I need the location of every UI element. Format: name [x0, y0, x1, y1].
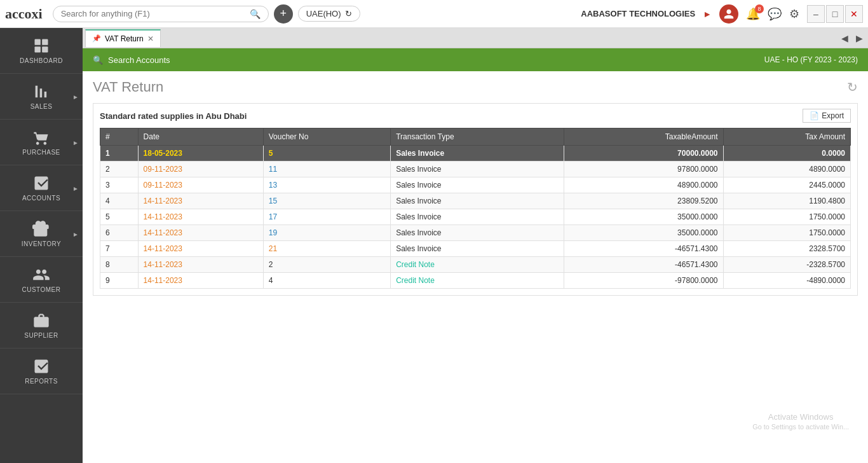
cell-date: 14-11-2023 — [138, 273, 263, 289]
refresh-page-button[interactable]: ↻ — [847, 79, 858, 95]
notification-badge: 8 — [755, 4, 764, 13]
add-button[interactable]: + — [274, 4, 293, 24]
avatar[interactable] — [719, 4, 738, 24]
cell-voucher[interactable]: 21 — [263, 241, 390, 257]
cell-taxable: 35000.0000 — [564, 225, 723, 241]
sidebar-label-customer: CUSTOMER — [22, 286, 60, 293]
sidebar-item-accounts[interactable]: ACCOUNTS ► — [0, 165, 83, 211]
sidebar-label-reports: REPORTS — [25, 378, 58, 385]
table-row[interactable]: 4 14-11-2023 15 Sales Invoice 23809.5200… — [100, 193, 851, 209]
cell-taxable: 48900.0000 — [564, 177, 723, 193]
col-header-taxable: TaxableAmount — [564, 128, 723, 146]
voucher-link[interactable]: 11 — [269, 165, 277, 174]
cell-type: Sales Invoice — [391, 146, 564, 162]
cell-num: 6 — [100, 225, 139, 241]
voucher-link[interactable]: 21 — [269, 244, 277, 253]
search-bar[interactable]: 🔍 — [53, 6, 269, 22]
cell-num: 5 — [100, 209, 139, 225]
cell-voucher[interactable]: 15 — [263, 193, 390, 209]
svg-rect-3 — [42, 46, 48, 52]
notifications-icon[interactable]: 🔔 8 — [746, 7, 760, 21]
cell-num: 8 — [100, 257, 139, 273]
voucher-link[interactable]: 15 — [269, 197, 277, 205]
sidebar-label-sales: SALES — [31, 103, 53, 110]
table-row[interactable]: 7 14-11-2023 21 Sales Invoice -46571.430… — [100, 241, 851, 257]
search-accounts-icon: 🔍 — [93, 55, 103, 65]
table-row[interactable]: 5 14-11-2023 17 Sales Invoice 35000.0000… — [100, 209, 851, 225]
sidebar-item-supplier[interactable]: SUPPLIER — [0, 303, 83, 349]
messages-icon[interactable]: 💬 — [768, 7, 782, 21]
search-accounts-left[interactable]: 🔍 Search Accounts — [93, 55, 170, 65]
cell-taxable: 23809.5200 — [564, 193, 723, 209]
cell-type: Sales Invoice — [391, 162, 564, 177]
data-table: # Date Voucher No Transaction Type Taxab… — [100, 128, 851, 289]
cell-tax: 4890.0000 — [723, 162, 850, 177]
voucher-link[interactable]: 19 — [269, 228, 277, 237]
cell-date: 18-05-2023 — [138, 146, 263, 162]
topbar-icons: 🔔 8 💬 ⚙ — [746, 7, 799, 21]
branch-selector[interactable]: UAE(HO) ↻ — [298, 6, 360, 22]
search-accounts-bar: 🔍 Search Accounts UAE - HO (FY 2023 - 20… — [83, 48, 868, 71]
cell-num: 3 — [100, 177, 139, 193]
table-row[interactable]: 1 18-05-2023 5 Sales Invoice 70000.0000 … — [100, 146, 851, 162]
tab-next-icon[interactable]: ▶ — [853, 32, 865, 45]
col-header-type: Transaction Type — [391, 128, 564, 146]
tab-vat-return[interactable]: 📌 VAT Return ✕ — [85, 29, 161, 47]
export-button[interactable]: 📄 Export — [803, 109, 851, 123]
search-icon[interactable]: 🔍 — [250, 9, 261, 19]
cell-tax: 2445.0000 — [723, 177, 850, 193]
voucher-link[interactable]: 5 — [269, 149, 273, 158]
sidebar-item-inventory[interactable]: INVENTORY ► — [0, 211, 83, 257]
sidebar-item-sales[interactable]: SALES ► — [0, 74, 83, 120]
table-row[interactable]: 2 09-11-2023 11 Sales Invoice 97800.0000… — [100, 162, 851, 177]
cell-taxable: 35000.0000 — [564, 209, 723, 225]
tab-prev-icon[interactable]: ◀ — [839, 32, 851, 45]
minimize-button[interactable]: – — [807, 5, 825, 23]
col-header-num: # — [100, 128, 139, 146]
cell-num: 9 — [100, 273, 139, 289]
sidebar-item-reports[interactable]: REPORTS — [0, 349, 83, 394]
refresh-icon[interactable]: ↻ — [345, 9, 352, 18]
cell-date: 14-11-2023 — [138, 257, 263, 273]
sales-arrow-icon: ► — [72, 93, 79, 100]
cell-type: Credit Note — [391, 257, 564, 273]
tab-bar: 📌 VAT Return ✕ ◀ ▶ — [83, 28, 868, 48]
window-controls: – □ ✕ — [807, 5, 863, 23]
cell-voucher[interactable]: 2 — [263, 257, 390, 273]
export-icon: 📄 — [810, 111, 819, 120]
page-title-row: VAT Return ↻ — [93, 79, 858, 95]
purchase-arrow-icon: ► — [72, 139, 79, 146]
table-header-row: # Date Voucher No Transaction Type Taxab… — [100, 128, 851, 146]
table-row[interactable]: 6 14-11-2023 19 Sales Invoice 35000.0000… — [100, 225, 851, 241]
tab-close-icon[interactable]: ✕ — [147, 34, 154, 43]
cell-voucher[interactable]: 5 — [263, 146, 390, 162]
tab-bar-controls: ◀ ▶ — [839, 32, 865, 45]
cell-voucher[interactable]: 4 — [263, 273, 390, 289]
context-label: UAE - HO (FY 2023 - 2023) — [764, 55, 858, 64]
cell-voucher[interactable]: 11 — [263, 162, 390, 177]
table-row[interactable]: 9 14-11-2023 4 Credit Note -97800.0000 -… — [100, 273, 851, 289]
maximize-button[interactable]: □ — [826, 5, 844, 23]
arrow-icon: ► — [703, 9, 712, 19]
cell-voucher[interactable]: 17 — [263, 209, 390, 225]
cell-date: 09-11-2023 — [138, 162, 263, 177]
section-title-label: Standard rated supplies in Abu Dhabi — [100, 111, 247, 121]
table-row[interactable]: 3 09-11-2023 13 Sales Invoice 48900.0000… — [100, 177, 851, 193]
cell-tax: -2328.5700 — [723, 257, 850, 273]
cell-type: Sales Invoice — [391, 177, 564, 193]
cell-tax: 0.0000 — [723, 146, 850, 162]
cell-taxable: -97800.0000 — [564, 273, 723, 289]
sidebar-item-customer[interactable]: CUSTOMER — [0, 257, 83, 303]
cell-voucher[interactable]: 13 — [263, 177, 390, 193]
cell-voucher[interactable]: 19 — [263, 225, 390, 241]
settings-icon[interactable]: ⚙ — [789, 7, 799, 21]
cell-date: 14-11-2023 — [138, 225, 263, 241]
sidebar-item-purchase[interactable]: PURCHASE ► — [0, 120, 83, 165]
close-button[interactable]: ✕ — [845, 5, 863, 23]
sidebar-item-dashboard[interactable]: DASHBOARD — [0, 28, 83, 74]
voucher-link[interactable]: 17 — [269, 212, 277, 221]
search-input[interactable] — [61, 9, 250, 18]
voucher-link[interactable]: 13 — [269, 181, 277, 190]
table-row[interactable]: 8 14-11-2023 2 Credit Note -46571.4300 -… — [100, 257, 851, 273]
page-title: VAT Return — [93, 79, 163, 95]
